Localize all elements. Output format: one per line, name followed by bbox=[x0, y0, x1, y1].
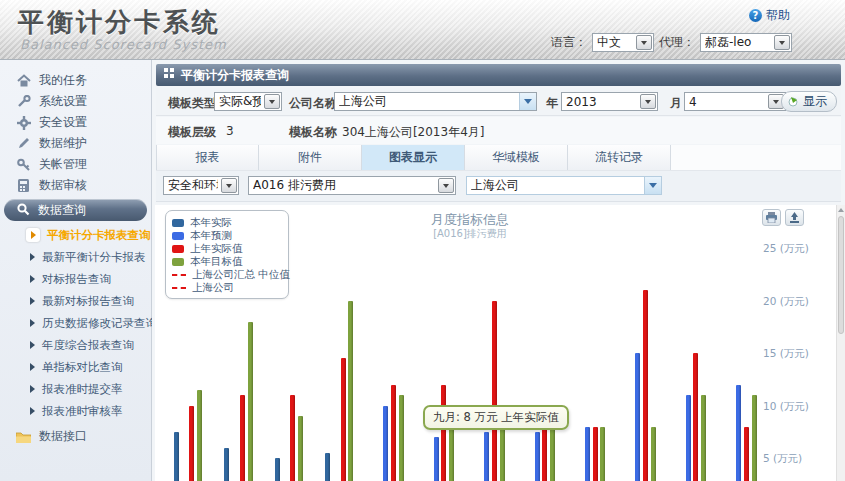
bar-本年目标值-十二月[interactable] bbox=[752, 395, 757, 481]
bar-本年目标值-七月[interactable] bbox=[500, 421, 505, 481]
sidebar-subitem-4[interactable]: 历史数据修改记录查询 bbox=[0, 312, 151, 334]
chevron-down-icon[interactable] bbox=[519, 93, 536, 110]
template-name-value: 304上海公司[2013年4月] bbox=[342, 124, 484, 141]
sidebar-subitem-8[interactable]: 报表准时审核率 bbox=[0, 400, 151, 422]
sidebar-subitem-7[interactable]: 报表准时提交率 bbox=[0, 378, 151, 400]
scroll-up-icon[interactable] bbox=[838, 208, 844, 212]
bar-本年预测-九月[interactable] bbox=[585, 427, 590, 481]
bar-本年目标值-三月[interactable] bbox=[298, 416, 303, 481]
tab-2[interactable]: 图表显示 bbox=[362, 145, 465, 170]
indicator-select[interactable]: A016 排污费用 bbox=[248, 176, 456, 195]
category-select[interactable]: 安全和环境 bbox=[163, 176, 239, 195]
chart-company-select[interactable]: 上海公司 bbox=[466, 176, 662, 195]
bar-本年目标值-一月[interactable] bbox=[197, 390, 202, 481]
tab-1[interactable]: 附件 bbox=[259, 145, 362, 170]
month-select[interactable]: 4 bbox=[684, 92, 786, 111]
bar-本年预测-六月[interactable] bbox=[434, 437, 439, 481]
sidebar-subitem-5[interactable]: 年度综合报表查询 bbox=[0, 334, 151, 356]
bar-上年实际值-三月[interactable] bbox=[290, 395, 295, 481]
scrollbar[interactable] bbox=[836, 205, 845, 481]
chevron-down-icon[interactable] bbox=[640, 94, 656, 109]
bar-上年实际值-二月[interactable] bbox=[240, 395, 245, 481]
sidebar-item-label: 我的任务 bbox=[39, 72, 87, 89]
bar-本年预测-八月[interactable] bbox=[535, 432, 540, 481]
bar-本年实际-三月[interactable] bbox=[275, 458, 280, 481]
template-type-select[interactable]: 实际&预测 bbox=[214, 92, 282, 111]
chevron-down-icon[interactable] bbox=[774, 35, 790, 50]
arrow-right-icon bbox=[30, 363, 35, 371]
legend-item-0: 本年实际 bbox=[172, 216, 282, 229]
chevron-down-icon[interactable] bbox=[438, 178, 454, 193]
bar-上年实际值-七月[interactable] bbox=[492, 301, 497, 481]
ytick-label-4: 25 (万元) bbox=[763, 242, 829, 256]
display-button[interactable]: 显示 bbox=[781, 91, 837, 112]
bar-本年预测-十二月[interactable] bbox=[736, 385, 741, 481]
chevron-down-icon[interactable] bbox=[221, 178, 237, 193]
sidebar-subitem-1[interactable]: 最新平衡计分卡报表 bbox=[0, 246, 151, 268]
dashed-line-icon bbox=[172, 274, 186, 276]
print-button[interactable] bbox=[762, 209, 781, 226]
bar-本年目标值-五月[interactable] bbox=[399, 395, 404, 481]
bar-上年实际值-十月[interactable] bbox=[643, 290, 648, 481]
sidebar-subitem-2[interactable]: 对标报告查询 bbox=[0, 268, 151, 290]
bar-上年实际值-五月[interactable] bbox=[391, 385, 396, 481]
bar-上年实际值-四月[interactable] bbox=[341, 358, 346, 481]
sidebar-item-active[interactable]: 数据查询 bbox=[4, 199, 147, 221]
help-link[interactable]: 帮助 bbox=[749, 7, 790, 24]
bar-上年实际值-十二月[interactable] bbox=[744, 427, 749, 481]
sidebar-item-3[interactable]: 数据维护 bbox=[0, 133, 151, 154]
chevron-down-icon[interactable] bbox=[644, 177, 661, 194]
scrollbar-thumb[interactable] bbox=[838, 216, 844, 334]
sidebar-item-data-interface[interactable]: 数据接口 bbox=[0, 426, 151, 447]
calculator-icon bbox=[16, 178, 31, 193]
sidebar-subitem-0[interactable]: 平衡计分卡报表查询 bbox=[0, 224, 151, 246]
bar-本年预测-十一月[interactable] bbox=[686, 395, 691, 481]
pencil-icon bbox=[16, 136, 31, 151]
sidebar-item-label: 关帐管理 bbox=[39, 156, 87, 173]
help-icon bbox=[749, 9, 762, 22]
bar-本年预测-五月[interactable] bbox=[383, 406, 388, 481]
sidebar-item-4[interactable]: 关帐管理 bbox=[0, 154, 151, 175]
year-select[interactable]: 2013 bbox=[561, 92, 658, 111]
tab-3[interactable]: 华域模板 bbox=[465, 145, 568, 170]
sidebar-subitem-3[interactable]: 最新对标报告查询 bbox=[0, 290, 151, 312]
bar-本年目标值-二月[interactable] bbox=[248, 322, 253, 481]
bar-本年目标值-十月[interactable] bbox=[651, 427, 656, 481]
bar-上年实际值-一月[interactable] bbox=[189, 406, 194, 481]
chevron-down-icon[interactable] bbox=[636, 35, 652, 50]
bar-本年实际-二月[interactable] bbox=[224, 448, 229, 481]
display-icon bbox=[788, 96, 799, 107]
bar-本年预测-七月[interactable] bbox=[484, 432, 489, 481]
agent-select[interactable]: 郝磊-leo bbox=[700, 33, 792, 52]
bar-本年目标值-四月[interactable] bbox=[348, 301, 353, 481]
home-icon bbox=[16, 73, 31, 88]
legend-item-2: 上年实际值 bbox=[172, 242, 282, 255]
sidebar-subitem-label: 报表准时提交率 bbox=[42, 382, 123, 397]
tab-4[interactable]: 流转记录 bbox=[568, 145, 671, 170]
company-select[interactable]: 上海公司 bbox=[334, 92, 537, 111]
bar-本年实际-四月[interactable] bbox=[325, 453, 330, 481]
sidebar-item-0[interactable]: 我的任务 bbox=[0, 70, 151, 91]
bar-本年目标值-九月[interactable] bbox=[600, 427, 605, 481]
legend-swatch bbox=[172, 258, 184, 266]
bar-本年目标值-八月[interactable] bbox=[550, 421, 555, 481]
legend-swatch bbox=[172, 245, 184, 253]
bar-上年实际值-八月[interactable] bbox=[542, 421, 547, 481]
help-label: 帮助 bbox=[766, 7, 790, 24]
bar-本年实际-一月[interactable] bbox=[174, 432, 179, 481]
sidebar-subitem-6[interactable]: 单指标对比查询 bbox=[0, 356, 151, 378]
sidebar-item-1[interactable]: 系统设置 bbox=[0, 91, 151, 112]
sidebar-item-5[interactable]: 数据审核 bbox=[0, 175, 151, 196]
bar-本年预测-十月[interactable] bbox=[635, 353, 640, 481]
bar-本年目标值-十一月[interactable] bbox=[701, 395, 706, 481]
sidebar: 我的任务系统设置安全设置数据维护关帐管理数据审核数据查询平衡计分卡报表查询最新平… bbox=[0, 60, 152, 481]
export-button[interactable] bbox=[785, 209, 804, 226]
bar-上年实际值-九月[interactable] bbox=[593, 427, 598, 481]
bar-上年实际值-六月[interactable] bbox=[441, 385, 446, 481]
company-label: 公司名称 bbox=[289, 95, 337, 112]
bar-上年实际值-十一月[interactable] bbox=[693, 353, 698, 481]
language-select[interactable]: 中文 bbox=[592, 33, 654, 52]
chevron-down-icon[interactable] bbox=[264, 94, 280, 109]
tab-0[interactable]: 报表 bbox=[156, 145, 259, 170]
sidebar-item-2[interactable]: 安全设置 bbox=[0, 112, 151, 133]
